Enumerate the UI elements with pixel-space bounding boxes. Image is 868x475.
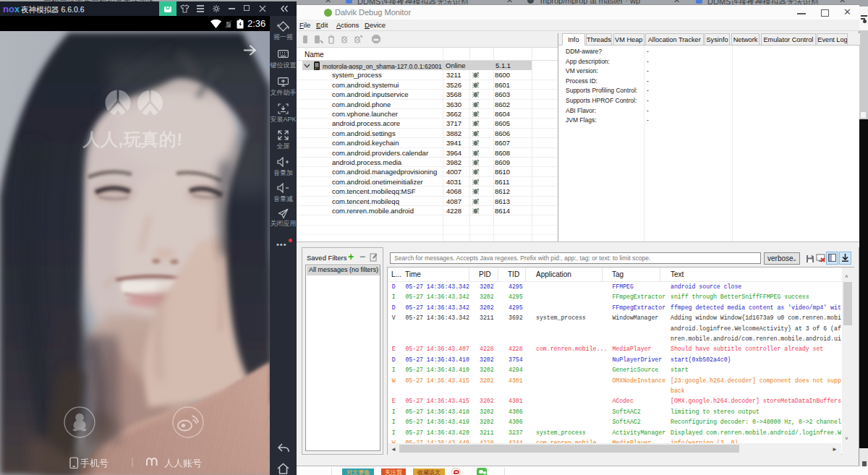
svg-text:nox: nox bbox=[3, 4, 20, 14]
svg-text:手机号: 手机号 bbox=[80, 458, 109, 468]
svg-text:人人账号: 人人账号 bbox=[164, 458, 202, 468]
svg-text:人人,玩真的!: 人人,玩真的! bbox=[82, 129, 183, 149]
